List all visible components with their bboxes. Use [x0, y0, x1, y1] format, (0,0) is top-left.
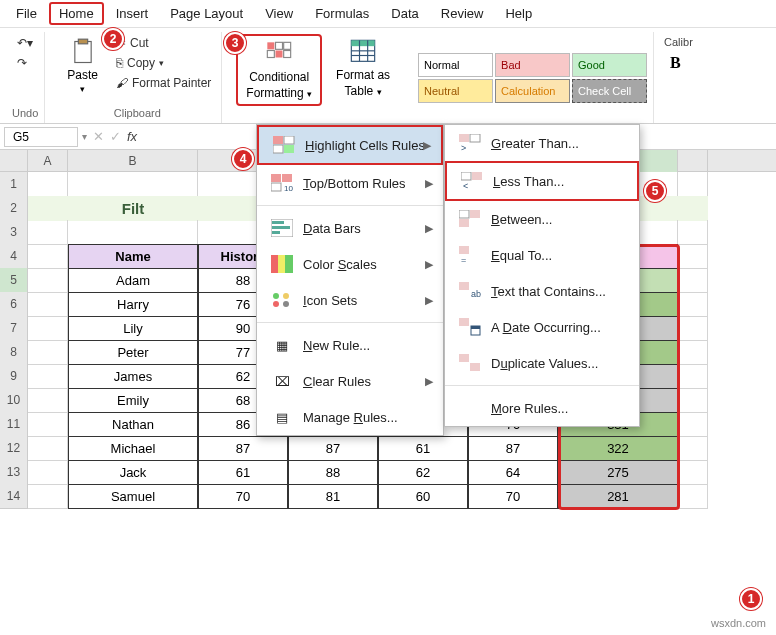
cell-name[interactable]: Nathan: [68, 412, 198, 437]
title-cell[interactable]: Filt: [68, 196, 198, 221]
style-neutral[interactable]: Neutral: [418, 79, 493, 103]
empty-cell[interactable]: [678, 412, 708, 437]
format-painter-button[interactable]: 🖌Format Painter: [112, 74, 215, 92]
row-header[interactable]: 12: [0, 436, 28, 461]
empty-cell[interactable]: [28, 484, 68, 509]
row-header[interactable]: 6: [0, 292, 28, 317]
row-header[interactable]: 13: [0, 460, 28, 485]
empty-cell[interactable]: [678, 364, 708, 389]
menu-less-than[interactable]: < Less Than...: [445, 161, 639, 201]
menu-new-rule[interactable]: ▦ New Rule...: [257, 327, 443, 363]
empty-cell[interactable]: [28, 388, 68, 413]
style-good[interactable]: Good: [572, 53, 647, 77]
cut-button[interactable]: ✂Cut: [112, 34, 215, 52]
menu-formulas[interactable]: Formulas: [305, 2, 379, 25]
cell-history[interactable]: 61: [198, 460, 288, 485]
menu-file[interactable]: File: [6, 2, 47, 25]
empty-cell[interactable]: [28, 268, 68, 293]
paste-button[interactable]: Paste ▾: [59, 34, 106, 98]
menu-insert[interactable]: Insert: [106, 2, 159, 25]
menu-help[interactable]: Help: [495, 2, 542, 25]
cell-total[interactable]: 275: [558, 460, 678, 485]
cell-history[interactable]: 87: [198, 436, 288, 461]
menu-data[interactable]: Data: [381, 2, 428, 25]
menu-data-bars[interactable]: Data Bars ▶: [257, 210, 443, 246]
empty-cell[interactable]: [28, 316, 68, 341]
empty-cell[interactable]: [678, 292, 708, 317]
row-header[interactable]: 2: [0, 196, 28, 221]
cell-name[interactable]: Samuel: [68, 484, 198, 509]
row-header[interactable]: 4: [0, 244, 28, 269]
cell-value[interactable]: 62: [378, 460, 468, 485]
empty-cell[interactable]: [28, 460, 68, 485]
fx-label[interactable]: fx: [127, 129, 137, 144]
empty-cell[interactable]: [28, 172, 68, 197]
empty-cell[interactable]: [28, 292, 68, 317]
menu-duplicate-values[interactable]: Duplicate Values...: [445, 345, 639, 381]
empty-cell[interactable]: [678, 244, 708, 269]
empty-cell[interactable]: [678, 484, 708, 509]
empty-cell[interactable]: [678, 316, 708, 341]
menu-highlight-cells-rules[interactable]: Highlight Cells Rules ▶: [257, 125, 443, 165]
row-header[interactable]: 7: [0, 316, 28, 341]
cell-total[interactable]: 322: [558, 436, 678, 461]
name-box[interactable]: [4, 127, 78, 147]
header-name[interactable]: Name: [68, 244, 198, 269]
menu-more-rules[interactable]: More Rules...: [445, 390, 639, 426]
menu-date-occurring[interactable]: A Date Occurring...: [445, 309, 639, 345]
col-header-blank[interactable]: [678, 150, 708, 172]
row-header[interactable]: 11: [0, 412, 28, 437]
enter-formula-icon[interactable]: ✓: [110, 129, 121, 144]
empty-cell[interactable]: [68, 172, 198, 197]
empty-cell[interactable]: [28, 340, 68, 365]
menu-icon-sets[interactable]: Icon Sets ▶: [257, 282, 443, 318]
menu-manage-rules[interactable]: ▤ Manage Rules...: [257, 399, 443, 435]
empty-cell[interactable]: [678, 172, 708, 197]
row-header[interactable]: 3: [0, 220, 28, 245]
empty-cell[interactable]: [678, 388, 708, 413]
row-header[interactable]: 5: [0, 268, 28, 293]
menu-equal-to[interactable]: = Equal To...: [445, 237, 639, 273]
cell-value[interactable]: 60: [378, 484, 468, 509]
cell-styles-gallery[interactable]: Normal Bad Good Neutral Calculation Chec…: [418, 53, 647, 103]
row-header[interactable]: 14: [0, 484, 28, 509]
row-header[interactable]: 9: [0, 364, 28, 389]
format-as-table-button[interactable]: Format as Table ▾: [328, 34, 398, 102]
row-header[interactable]: 8: [0, 340, 28, 365]
empty-cell[interactable]: [678, 436, 708, 461]
empty-cell[interactable]: [28, 364, 68, 389]
menu-home[interactable]: Home: [49, 2, 104, 25]
cell-history[interactable]: 70: [198, 484, 288, 509]
style-bad[interactable]: Bad: [495, 53, 570, 77]
menu-greater-than[interactable]: > Greater Than...: [445, 125, 639, 161]
cell-name[interactable]: Adam: [68, 268, 198, 293]
cell-name[interactable]: Jack: [68, 460, 198, 485]
menu-color-scales[interactable]: Color Scales ▶: [257, 246, 443, 282]
empty-cell[interactable]: [28, 196, 68, 221]
empty-cell[interactable]: [28, 436, 68, 461]
cell-name[interactable]: Lily: [68, 316, 198, 341]
cell-value[interactable]: 64: [468, 460, 558, 485]
style-check-cell[interactable]: Check Cell: [572, 79, 647, 103]
cell-value[interactable]: 87: [288, 436, 378, 461]
empty-cell[interactable]: [678, 196, 708, 221]
empty-cell[interactable]: [68, 220, 198, 245]
empty-cell[interactable]: [28, 220, 68, 245]
menu-review[interactable]: Review: [431, 2, 494, 25]
empty-cell[interactable]: [678, 460, 708, 485]
cell-value[interactable]: 88: [288, 460, 378, 485]
menu-page-layout[interactable]: Page Layout: [160, 2, 253, 25]
cell-value[interactable]: 70: [468, 484, 558, 509]
cancel-formula-icon[interactable]: ✕: [93, 129, 104, 144]
cell-value[interactable]: 81: [288, 484, 378, 509]
cell-name[interactable]: Emily: [68, 388, 198, 413]
redo-button[interactable]: ↷: [13, 54, 37, 72]
menu-top-bottom-rules[interactable]: 10 Top/Bottom Rules ▶: [257, 165, 443, 201]
menu-clear-rules[interactable]: ⌧ Clear Rules ▶: [257, 363, 443, 399]
cell-name[interactable]: Harry: [68, 292, 198, 317]
cell-total[interactable]: 281: [558, 484, 678, 509]
row-header[interactable]: 10: [0, 388, 28, 413]
select-all-corner[interactable]: [0, 150, 28, 172]
bold-button[interactable]: B: [664, 52, 687, 74]
copy-button[interactable]: ⎘Copy▾: [112, 54, 215, 72]
